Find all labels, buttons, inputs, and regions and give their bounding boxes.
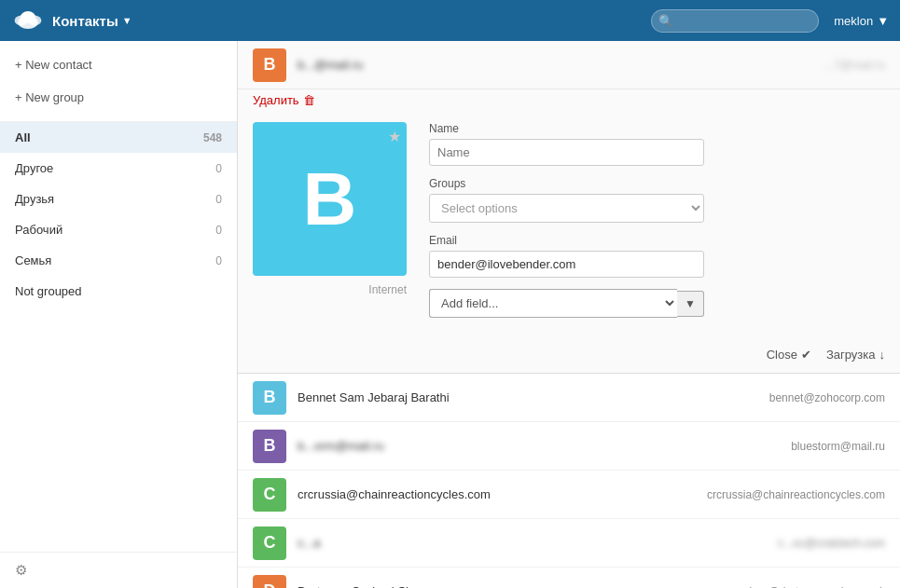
add-field-select[interactable]: Add field... bbox=[429, 289, 677, 318]
table-row[interactable]: B Bennet Sam Jebaraj Barathi bennet@zoho… bbox=[238, 374, 900, 422]
expanded-contact-panel: B b...@mail.ru ...7@mail.ru Удалить 🗑 B bbox=[238, 41, 900, 374]
header: Контакты ▼ 🔍 meklon ▼ bbox=[0, 0, 900, 41]
name-row: Name bbox=[429, 122, 885, 166]
contact-rows: B Bennet Sam Jebaraj Barathi bennet@zoho… bbox=[238, 374, 900, 588]
download-icon: ↓ bbox=[879, 348, 886, 362]
star-icon[interactable]: ★ bbox=[388, 128, 401, 145]
contact-name: Dartmoor Cycles | Shop bbox=[298, 584, 717, 588]
add-field-row: Add field... ▼ bbox=[429, 289, 885, 318]
group-count: 0 bbox=[215, 254, 222, 267]
contact-name: Bennet Sam Jebaraj Barathi bbox=[298, 390, 717, 404]
group-label: Другое bbox=[15, 161, 53, 175]
download-button[interactable]: Загрузка ↓ bbox=[826, 348, 885, 362]
contact-name: c...a bbox=[298, 536, 717, 550]
logo-icon bbox=[11, 4, 45, 37]
delete-button[interactable]: Удалить 🗑 bbox=[253, 93, 315, 107]
email-label: Email bbox=[429, 234, 885, 247]
sidebar-group-not-grouped[interactable]: Not grouped bbox=[0, 276, 237, 307]
avatar: D bbox=[253, 575, 286, 589]
avatar-large-letter: B bbox=[303, 157, 357, 242]
name-label: Name bbox=[429, 122, 885, 135]
groups-select[interactable]: Select options bbox=[429, 194, 704, 223]
group-label: Not grouped bbox=[15, 284, 82, 298]
sidebar-groups: All548Другое0Друзья0Рабочий0Семья0Not gr… bbox=[0, 122, 237, 552]
svg-point-3 bbox=[21, 11, 35, 23]
contact-email: bluestorm@mail.ru bbox=[717, 440, 885, 453]
group-label: Семья bbox=[15, 253, 51, 267]
group-count: 0 bbox=[215, 162, 222, 175]
avatar-large-wrap: B ★ Internet bbox=[253, 122, 407, 329]
group-count: 0 bbox=[215, 224, 222, 237]
table-row[interactable]: B b...orm@mail.ru bluestorm@mail.ru bbox=[238, 422, 900, 471]
avatar: B bbox=[253, 381, 286, 415]
email-input[interactable] bbox=[429, 251, 704, 278]
expanded-contact-email-blurred: ...7@mail.ru bbox=[773, 59, 885, 72]
download-label: Загрузка bbox=[826, 348, 876, 362]
email-row: Email bbox=[429, 234, 885, 278]
contact-email: c...oc@cndztech.com bbox=[717, 537, 885, 550]
new-group-button[interactable]: + New group bbox=[0, 81, 237, 114]
close-button[interactable]: Close ✔ bbox=[767, 348, 811, 362]
sidebar-group-all[interactable]: All548 bbox=[0, 122, 237, 153]
contact-email: crcrussia@chainreactioncycles.com bbox=[707, 488, 885, 501]
sidebar-group-рабочий[interactable]: Рабочий0 bbox=[0, 214, 237, 245]
close-icon: ✔ bbox=[801, 348, 811, 362]
group-label: Друзья bbox=[15, 192, 54, 206]
delete-label: Удалить bbox=[253, 93, 299, 107]
expanded-body: B ★ Internet Name Groups Select options bbox=[238, 107, 900, 344]
avatar-small-expanded: B bbox=[253, 48, 286, 82]
close-label: Close bbox=[767, 348, 797, 362]
contact-email: bennet@zohocorp.com bbox=[717, 391, 885, 404]
sidebar-actions: + New contact + New group bbox=[0, 41, 237, 122]
app-title: Контакты bbox=[52, 13, 118, 29]
sidebar: + New contact + New group All548Другое0Д… bbox=[0, 41, 238, 588]
user-menu[interactable]: meklon ▼ bbox=[834, 14, 889, 28]
avatar-large: B bbox=[253, 122, 407, 276]
avatar: B bbox=[253, 430, 286, 463]
delete-icon: 🗑 bbox=[303, 93, 315, 107]
table-row[interactable]: C crcrussia@chainreactioncycles.com crcr… bbox=[238, 471, 900, 519]
settings-icon[interactable]: ⚙ bbox=[15, 562, 27, 579]
sidebar-group-друзья[interactable]: Друзья0 bbox=[0, 184, 237, 214]
avatar-letter: B bbox=[264, 55, 276, 75]
expanded-top-row: B b...@mail.ru ...7@mail.ru bbox=[238, 41, 900, 89]
group-label: All bbox=[15, 130, 31, 144]
groups-label: Groups bbox=[429, 177, 885, 190]
username: meklon bbox=[834, 14, 873, 28]
internet-label: Internet bbox=[253, 283, 407, 296]
add-field-dropdown-button[interactable]: ▼ bbox=[677, 291, 704, 317]
expanded-contact-name-blurred: b...@mail.ru bbox=[298, 58, 773, 72]
contact-name: crcrussia@chainreactioncycles.com bbox=[298, 487, 707, 501]
contact-email: shop@dartmoorcycles.co.uk bbox=[717, 585, 885, 589]
avatar: C bbox=[253, 526, 286, 560]
app-title-caret[interactable]: ▼ bbox=[122, 15, 132, 26]
avatar: C bbox=[253, 478, 286, 512]
groups-row: Groups Select options bbox=[429, 177, 885, 223]
search-input[interactable] bbox=[651, 9, 819, 33]
main-container: + New contact + New group All548Другое0Д… bbox=[0, 41, 900, 588]
new-contact-button[interactable]: + New contact bbox=[0, 48, 237, 81]
name-input[interactable] bbox=[429, 139, 704, 166]
table-row[interactable]: D Dartmoor Cycles | Shop shop@dartmoorcy… bbox=[238, 567, 900, 588]
table-row[interactable]: C c...a c...oc@cndztech.com bbox=[238, 519, 900, 567]
group-label: Рабочий bbox=[15, 223, 62, 237]
sidebar-group-семья[interactable]: Семья0 bbox=[0, 245, 237, 276]
group-count: 0 bbox=[215, 193, 222, 206]
sidebar-group-другое[interactable]: Другое0 bbox=[0, 153, 237, 184]
search-wrap: 🔍 bbox=[651, 9, 819, 33]
contacts-list: B b...@mail.ru ...7@mail.ru Удалить 🗑 B bbox=[238, 41, 900, 588]
contact-name: b...orm@mail.ru bbox=[298, 439, 717, 453]
contact-form: Name Groups Select options Email bbox=[429, 122, 885, 329]
group-count: 548 bbox=[203, 131, 222, 144]
user-caret-icon: ▼ bbox=[877, 14, 889, 28]
sidebar-bottom: ⚙ bbox=[0, 552, 237, 588]
